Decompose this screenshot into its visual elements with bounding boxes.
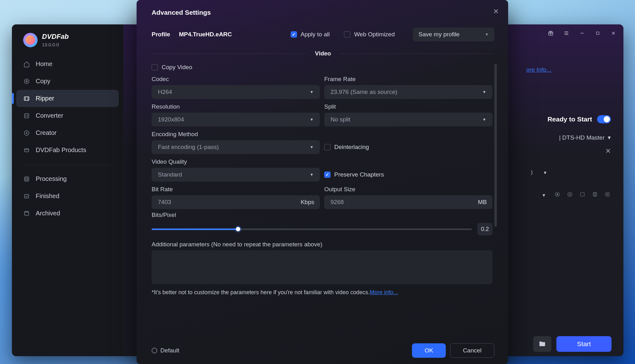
encoding-select[interactable]: Fast encoding (1-pass) ▼ — [152, 140, 320, 154]
section-label: Video — [315, 50, 331, 57]
gift-icon[interactable] — [544, 27, 558, 39]
outputsize-input[interactable] — [324, 195, 492, 209]
checkbox-label: Copy Video — [162, 64, 192, 71]
dialog-title: Advanced Settings — [152, 9, 494, 16]
close-button[interactable] — [606, 27, 620, 39]
select-value: Fast encoding (1-pass) — [158, 144, 219, 151]
sidebar-item-ripper[interactable]: Ripper — [16, 90, 119, 107]
chevron-down-icon: ▼ — [482, 117, 486, 122]
svg-rect-8 — [24, 212, 29, 215]
sidebar-item-creator[interactable]: Creator — [16, 124, 119, 141]
framerate-label: Frame Rate — [324, 76, 492, 83]
bitrate-input[interactable] — [152, 195, 320, 209]
bitspixel-slider[interactable] — [152, 228, 472, 230]
checkbox-icon — [344, 31, 350, 38]
svg-point-1 — [26, 80, 28, 82]
svg-point-12 — [568, 192, 572, 197]
menu-icon[interactable] — [560, 27, 573, 39]
profile-name: MP4.TrueHD.eARC — [179, 31, 232, 38]
resolution-label: Resolution — [152, 103, 320, 110]
select-value: 23.976 (Same as source) — [331, 89, 397, 95]
select-value: H264 — [158, 89, 172, 95]
preserve-chapters-checkbox[interactable]: Preserve Chapters — [324, 168, 492, 182]
minimize-button[interactable] — [575, 27, 589, 39]
chevron-down-icon: ▼ — [482, 90, 486, 94]
checkbox-label: Preserve Chapters — [334, 171, 384, 178]
sidebar-item-converter[interactable]: Converter — [16, 107, 119, 124]
chevron-down-icon[interactable]: ▾ — [544, 170, 546, 176]
nav-divider — [21, 165, 114, 165]
item-remove-icon[interactable]: ✕ — [605, 147, 611, 155]
start-button-label: Start — [577, 340, 591, 348]
remove-icon[interactable] — [604, 191, 611, 198]
more-info-link[interactable]: More info... — [370, 289, 398, 295]
additional-params-input[interactable] — [152, 250, 492, 284]
cancel-button[interactable]: Cancel — [450, 343, 494, 358]
apply-to-all-checkbox[interactable]: Apply to all — [291, 31, 330, 38]
nav-label: DVDFab Products — [36, 146, 86, 154]
resolution-select[interactable]: 1920x804 ▼ — [152, 113, 320, 126]
item-action-icons — [554, 191, 611, 198]
ok-button[interactable]: OK — [412, 343, 445, 358]
sidebar-item-archived[interactable]: Archived — [16, 205, 119, 222]
bitrate-label: Bit Rate — [152, 186, 320, 193]
more-info-link[interactable]: ore Info... — [526, 66, 551, 73]
nav-label: Ripper — [36, 95, 54, 102]
nav-label: Archived — [36, 210, 60, 217]
sidebar-item-products[interactable]: DVDFab Products — [16, 141, 119, 159]
chevron-down-icon: ▼ — [310, 90, 314, 94]
nav-label: Copy — [36, 78, 50, 85]
save-profile-dropdown[interactable]: Save my profile ▼ — [413, 28, 494, 41]
chevron-down-icon[interactable]: ▾ — [608, 134, 611, 141]
quality-label: Video Quality — [152, 158, 320, 165]
select-value: 1920x804 — [158, 116, 184, 123]
framerate-select[interactable]: 23.976 (Same as source) ▼ — [324, 85, 492, 99]
web-optimized-checkbox[interactable]: Web Optimized — [344, 31, 395, 38]
chevron-down-icon: ▼ — [310, 172, 314, 177]
svg-rect-2 — [24, 97, 29, 100]
logo-icon — [23, 33, 38, 47]
split-select[interactable]: No split ▼ — [324, 113, 492, 126]
play-icon[interactable] — [554, 191, 561, 198]
codec-select[interactable]: H264 ▼ — [152, 85, 320, 99]
sidebar-item-finished[interactable]: Finished — [16, 187, 119, 205]
copy-icon — [23, 78, 30, 85]
radio-icon — [152, 348, 157, 353]
slider-thumb[interactable] — [236, 227, 240, 231]
copy-video-checkbox[interactable]: Copy Video — [152, 64, 492, 71]
output-folder-button[interactable] — [533, 336, 551, 352]
svg-rect-7 — [24, 194, 29, 198]
default-option[interactable]: Default — [152, 347, 179, 354]
edit-icon[interactable] — [579, 191, 586, 198]
ready-toggle[interactable] — [597, 115, 611, 123]
crop-icon[interactable] — [591, 191, 598, 198]
app-version: 13.0.0.0 — [42, 42, 69, 47]
dropdown-value: Save my profile — [419, 31, 460, 38]
svg-rect-15 — [593, 193, 597, 196]
settings-icon[interactable] — [566, 191, 573, 198]
nav-label: Finished — [36, 192, 60, 200]
checkbox-icon — [324, 172, 331, 178]
checkbox-label: Apply to all — [301, 31, 330, 38]
sidebar-item-home[interactable]: Home — [16, 55, 119, 73]
scrollbar[interactable] — [494, 64, 497, 227]
svg-point-13 — [569, 194, 571, 195]
checkbox-icon — [324, 144, 331, 150]
products-icon — [23, 147, 30, 154]
outputsize-unit: MB — [478, 195, 487, 209]
start-button[interactable]: Start — [556, 336, 612, 352]
dialog-close-button[interactable]: ✕ — [493, 8, 499, 16]
sidebar-item-processing[interactable]: Processing — [16, 170, 119, 187]
audio-track-fragment: | DTS-HD Master — [559, 134, 605, 141]
maximize-button[interactable] — [591, 27, 605, 39]
bitspixel-value: 0.2 — [477, 223, 492, 235]
quality-select[interactable]: Standard ▼ — [152, 168, 320, 182]
sidebar-item-copy[interactable]: Copy — [16, 73, 119, 90]
default-label: Default — [160, 347, 179, 354]
subtitle-fragment: ) — [531, 170, 533, 175]
bitspixel-label: Bits/Pixel — [152, 212, 492, 218]
home-icon — [23, 61, 30, 68]
chevron-down-icon[interactable]: ▾ — [543, 192, 545, 198]
select-value: No split — [331, 116, 350, 123]
deinterlacing-checkbox[interactable]: Deinterlacing — [324, 140, 492, 154]
